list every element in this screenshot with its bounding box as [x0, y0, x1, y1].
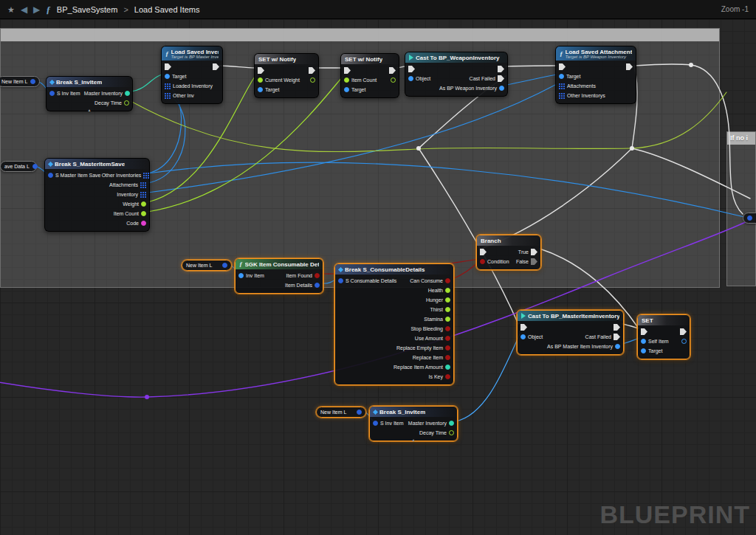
node-break-s-masteritemsave[interactable]: Break S_MasterItemSaveS Master Item Save…: [44, 158, 150, 232]
node-break-s-invitem-2[interactable]: Break S_InvItemS Inv ItemMaster Inventor…: [369, 406, 458, 441]
code-pin[interactable]: [141, 221, 146, 226]
cast-failed-pin[interactable]: [498, 75, 504, 82]
loaded-inventory-pin[interactable]: [165, 83, 171, 89]
node-sgk-item-consumable-details[interactable]: ƒSGK Item Consumable DetailsInv ItemItem…: [235, 258, 323, 294]
new-item-l-pin[interactable]: [222, 263, 227, 268]
var-pill-save-data[interactable]: ave Data L: [0, 161, 37, 172]
new-item-l-pin[interactable]: [30, 79, 35, 84]
master-inventory-pin[interactable]: [125, 91, 130, 96]
pin-pin[interactable]: [681, 339, 687, 344]
node-break-s-masteritemsave-header[interactable]: Break S_MasterItemSave: [45, 159, 149, 169]
s-inv-item-pin[interactable]: [373, 421, 378, 426]
inv-item-pin[interactable]: [238, 273, 244, 278]
pin-pin[interactable]: [626, 63, 633, 70]
node-set-w-notify-1[interactable]: SET w/ NotifyCurrent WeightTarget: [254, 53, 319, 98]
node-break-s-invitem-1-header[interactable]: Break S_InvItem: [47, 77, 132, 87]
pin-pin[interactable]: [520, 324, 527, 331]
node-cast-to-bp-weaponinventory[interactable]: Cast To BP_WeaponInventoryObjectCast Fai…: [405, 52, 508, 97]
ave-data-l-pin[interactable]: [32, 164, 38, 169]
target-pin[interactable]: [165, 74, 170, 79]
pin-pin[interactable]: [309, 67, 315, 74]
pin-pin[interactable]: [559, 63, 566, 70]
node-set-w-notify-2-header[interactable]: SET w/ Notify: [341, 54, 399, 64]
node-set-w-notify-2[interactable]: SET w/ NotifyItem CountTarget: [340, 53, 399, 98]
true-pin[interactable]: [531, 249, 537, 255]
object-pin[interactable]: [408, 76, 413, 81]
node-break-s-consumabledetails[interactable]: Break S_ConsumableDetailsS Consumable De…: [334, 263, 454, 385]
var-pill-new-item-3[interactable]: New Item L: [316, 407, 366, 418]
item-details-pin[interactable]: [315, 283, 320, 288]
node-cast-to-bp-masteriteminventory[interactable]: Cast To BP_MasterItemInventoryObjectCast…: [517, 310, 624, 355]
collapse-pins-button[interactable]: ▴: [88, 108, 90, 112]
inventory-pin[interactable]: [140, 192, 146, 198]
pin-pin[interactable]: [389, 67, 396, 74]
hunger-pin[interactable]: [445, 297, 450, 303]
master-inventory-pin[interactable]: [449, 421, 454, 426]
node-load-saved-inventory[interactable]: ƒLoad Saved InventoryTarget is BP Master…: [161, 46, 223, 104]
node-branch[interactable]: BranchTrueConditionFalse: [476, 235, 541, 270]
node-break-s-invitem-2-header[interactable]: Break S_InvItem: [370, 407, 457, 417]
node-load-saved-attachments[interactable]: ƒLoad Saved AttachmentsTarget is BP Weap…: [555, 46, 636, 104]
other-inv-pin[interactable]: [165, 93, 171, 99]
s-inv-item-pin[interactable]: [49, 91, 55, 96]
pin-pin[interactable]: [165, 63, 171, 70]
target-pin[interactable]: [641, 348, 646, 353]
thirst-pin[interactable]: [445, 307, 450, 312]
replace-empty-item-pin[interactable]: [445, 345, 450, 351]
as-bp-weapon-inventory-pin[interactable]: [499, 86, 504, 91]
forward-button[interactable]: ▶: [33, 0, 40, 19]
back-button[interactable]: ◀: [21, 0, 27, 19]
s-master-item-save-pin[interactable]: [48, 173, 53, 178]
item-found-pin[interactable]: [315, 273, 320, 278]
var-pill-new-item-1[interactable]: New Item L: [0, 76, 40, 87]
can-consume-pin[interactable]: [445, 278, 450, 283]
self-item-pin[interactable]: [641, 339, 646, 344]
use-amount-pin[interactable]: [445, 336, 450, 341]
pin-pin[interactable]: [344, 67, 351, 74]
as-bp-master-item-inventory-pin[interactable]: [615, 344, 620, 349]
node-set-header[interactable]: SET: [638, 315, 690, 325]
pin-pin[interactable]: [498, 66, 504, 72]
node-load-saved-inventory-header[interactable]: ƒLoad Saved InventoryTarget is BP Master…: [162, 46, 222, 61]
replace-item-amount-pin[interactable]: [445, 365, 450, 370]
node-break-s-consumabledetails-header[interactable]: Break S_ConsumableDetails: [335, 264, 453, 275]
item-count-pin[interactable]: [344, 77, 349, 83]
node-cast-to-bp-masteriteminventory-header[interactable]: Cast To BP_MasterItemInventory: [518, 311, 623, 321]
node-branch-header[interactable]: Branch: [477, 235, 540, 246]
collapse-pins-button[interactable]: ▴: [412, 438, 414, 442]
object-pin[interactable]: [520, 334, 526, 339]
false-pin[interactable]: [531, 258, 537, 265]
health-pin[interactable]: [445, 288, 450, 293]
pin-pin[interactable]: [614, 324, 620, 331]
pin-pin[interactable]: [680, 328, 687, 335]
pin-pin[interactable]: [213, 63, 219, 70]
cast-failed-pin[interactable]: [614, 334, 620, 340]
node-load-saved-attachments-header[interactable]: ƒLoad Saved AttachmentsTarget is BP Weap…: [556, 46, 636, 61]
is-key-pin[interactable]: [445, 374, 450, 379]
node-set-w-notify-1-header[interactable]: SET w/ Notify: [255, 54, 318, 64]
current-weight-pin[interactable]: [258, 77, 263, 83]
attachments-pin[interactable]: [559, 83, 565, 89]
graph-canvas[interactable]: BLUEPRINT If no i New Item LBreak S_InvI…: [0, 19, 756, 535]
node-sgk-item-consumable-details-header[interactable]: ƒSGK Item Consumable Details: [236, 259, 323, 269]
decay-time-pin[interactable]: [124, 100, 129, 106]
other-inventorys-pin[interactable]: [559, 93, 565, 99]
pin-pin[interactable]: [408, 66, 415, 72]
attachments-pin[interactable]: [140, 182, 146, 188]
pin-pin[interactable]: [480, 249, 487, 255]
weight-pin[interactable]: [141, 201, 146, 207]
item-count-pin[interactable]: [141, 211, 146, 216]
out-pin[interactable]: [747, 215, 752, 221]
breadcrumb-page[interactable]: Load Saved Items: [134, 5, 200, 14]
bookmark-icon[interactable]: ★: [7, 0, 15, 19]
node-set[interactable]: SETSelf ItemTarget: [637, 314, 690, 359]
breadcrumb-root[interactable]: BP_SaveSystem: [57, 5, 118, 14]
target-pin[interactable]: [344, 87, 349, 92]
s-consumable-details-pin[interactable]: [338, 278, 343, 283]
condition-pin[interactable]: [480, 259, 485, 264]
var-pill-new-item-2[interactable]: New Item L: [182, 260, 232, 271]
target-pin[interactable]: [559, 74, 564, 79]
replace-item-pin[interactable]: [445, 355, 450, 360]
pin-pin[interactable]: [310, 77, 315, 83]
node-break-s-invitem-1[interactable]: Break S_InvItemS Inv ItemMaster Inventor…: [46, 76, 133, 111]
